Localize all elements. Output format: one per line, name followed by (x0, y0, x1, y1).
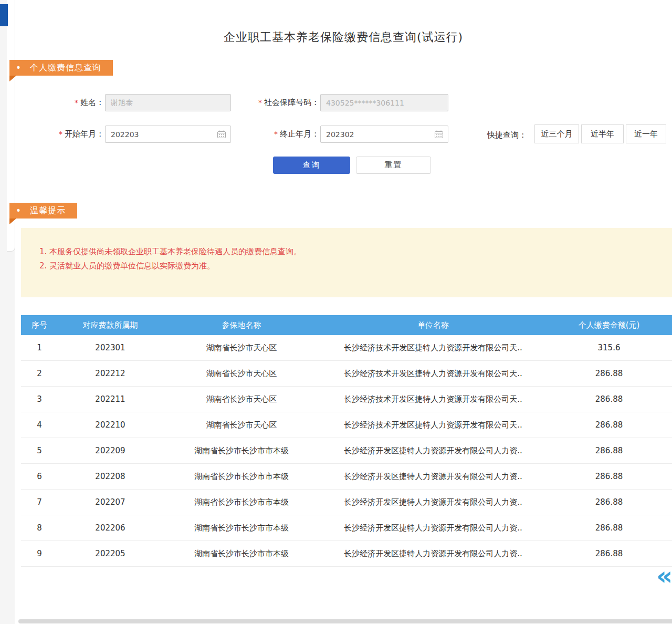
quick-query-last-3-months-button[interactable]: 近三个月 (534, 124, 579, 143)
quick-query-last-year-button[interactable]: 近一年 (626, 124, 666, 143)
cell-unit: 长沙经济开发区捷特人力资源开发有限公司人力资.. (320, 464, 546, 489)
cell-amount: 286.88 (546, 515, 672, 540)
header-cell-seq: 序号 (21, 315, 58, 335)
table-row: 2202212湖南省长沙市天心区长沙经济技术开发区捷特人力资源开发有限公司天..… (21, 361, 672, 387)
cell-unit: 长沙经济开发区捷特人力资源开发有限公司人力资.. (320, 438, 546, 463)
cell-unit: 长沙经济技术开发区捷特人力资源开发有限公司天.. (320, 335, 546, 360)
required-asterisk: * (59, 130, 62, 138)
cell-seq: 2 (21, 361, 58, 386)
table-row: 9202205湖南省长沙市长沙市市本级长沙经济开发区捷特人力资源开发有限公司人力… (21, 541, 672, 567)
header-cell-region: 参保地名称 (163, 315, 320, 335)
cell-region: 湖南省长沙市天心区 (163, 361, 320, 386)
ssn-field[interactable] (320, 94, 448, 111)
cell-seq: 8 (21, 515, 58, 540)
cell-region: 湖南省长沙市天心区 (163, 412, 320, 438)
cell-unit: 长沙经济开发区捷特人力资源开发有限公司人力资.. (320, 541, 546, 566)
cell-unit: 长沙经济技术开发区捷特人力资源开发有限公司天.. (320, 412, 546, 438)
table-body: 1202301湖南省长沙市天心区长沙经济技术开发区捷特人力资源开发有限公司天..… (21, 335, 672, 567)
sidebar-blue-tab[interactable] (0, 4, 8, 26)
cell-seq: 4 (21, 412, 58, 438)
section-badge-tips: • 温馨提示 (9, 203, 77, 219)
quick-query-group: 近三个月 近半年 近一年 (534, 124, 666, 143)
name-label: *姓名： (47, 94, 104, 111)
end-month-input[interactable] (320, 126, 448, 143)
cell-period: 202301 (58, 335, 163, 360)
cell-region: 湖南省长沙市天心区 (163, 387, 320, 412)
bullet-icon: • (16, 205, 22, 216)
bullet-icon: • (16, 63, 22, 73)
cell-region: 湖南省长沙市天心区 (163, 335, 320, 360)
reset-button[interactable]: 重置 (356, 157, 431, 174)
cell-period: 202210 (58, 412, 163, 438)
horizontal-scrollbar[interactable] (18, 619, 672, 623)
page-title: 企业职工基本养老保险缴费信息查询(试运行) (15, 29, 672, 45)
collapse-double-chevron-icon[interactable]: « (656, 563, 672, 588)
section-badge-personal-payment-query: • 个人缴费信息查询 (9, 60, 113, 76)
query-button[interactable]: 查询 (273, 157, 350, 174)
cell-amount: 286.88 (546, 541, 672, 566)
table-row: 4202210湖南省长沙市天心区长沙经济技术开发区捷特人力资源开发有限公司天..… (21, 412, 672, 438)
calendar-icon[interactable] (217, 130, 226, 138)
table-row: 7202207湖南省长沙市长沙市市本级长沙经济开发区捷特人力资源开发有限公司人力… (21, 490, 672, 515)
tips-notice-box: 1. 本服务仅提供尚未领取企业职工基本养老保险待遇人员的缴费信息查询。 2. 灵… (21, 228, 672, 297)
cell-region: 湖南省长沙市长沙市市本级 (163, 438, 320, 463)
cell-amount: 286.88 (546, 438, 672, 463)
cell-region: 湖南省长沙市长沙市市本级 (163, 464, 320, 489)
cell-period: 202212 (58, 361, 163, 386)
cell-unit: 长沙经济技术开发区捷特人力资源开发有限公司天.. (320, 387, 546, 412)
tip-line-1: 1. 本服务仅提供尚未领取企业职工基本养老保险待遇人员的缴费信息查询。 (39, 245, 662, 259)
quick-query-last-half-year-button[interactable]: 近半年 (581, 124, 624, 143)
cell-period: 202209 (58, 438, 163, 463)
cell-amount: 286.88 (546, 361, 672, 386)
section-badge-label: 个人缴费信息查询 (30, 63, 101, 74)
cell-amount: 315.6 (546, 335, 672, 360)
cell-seq: 9 (21, 541, 58, 566)
required-asterisk: * (274, 130, 278, 138)
cell-period: 202208 (58, 464, 163, 489)
quick-query-label: 快捷查询： (487, 126, 527, 144)
cell-period: 202205 (58, 541, 163, 566)
table-row: 6202208湖南省长沙市长沙市市本级长沙经济开发区捷特人力资源开发有限公司人力… (21, 464, 672, 490)
ssn-label: *社会保障号码： (234, 94, 319, 111)
cell-seq: 1 (21, 335, 58, 360)
cell-unit: 长沙经济技术开发区捷特人力资源开发有限公司天.. (320, 361, 546, 386)
cell-period: 202207 (58, 490, 163, 515)
name-field[interactable] (105, 94, 231, 111)
cell-amount: 286.88 (546, 464, 672, 489)
end-month-label: *终止年月： (239, 126, 319, 143)
header-cell-amount: 个人缴费金额(元) (546, 315, 672, 335)
payment-results-table: 序号对应费款所属期参保地名称单位名称个人缴费金额(元) 1202301湖南省长沙… (21, 315, 672, 567)
section-badge-label: 温馨提示 (30, 205, 66, 216)
start-month-input[interactable] (105, 126, 231, 143)
cell-amount: 286.88 (546, 387, 672, 412)
cell-unit: 长沙经济开发区捷特人力资源开发有限公司人力资.. (320, 490, 546, 515)
cell-region: 湖南省长沙市长沙市市本级 (163, 541, 320, 566)
header-cell-period: 对应费款所属期 (58, 315, 163, 335)
cell-seq: 7 (21, 490, 58, 515)
cell-period: 202211 (58, 387, 163, 412)
cell-seq: 3 (21, 387, 58, 412)
cell-amount: 286.88 (546, 490, 672, 515)
table-row: 1202301湖南省长沙市天心区长沙经济技术开发区捷特人力资源开发有限公司天..… (21, 335, 672, 361)
required-asterisk: * (258, 98, 262, 107)
header-cell-unit: 单位名称 (320, 315, 546, 335)
cell-region: 湖南省长沙市长沙市市本级 (163, 490, 320, 515)
start-month-label: *开始年月： (42, 126, 104, 143)
cell-seq: 6 (21, 464, 58, 489)
table-row: 8202206湖南省长沙市长沙市市本级长沙经济开发区捷特人力资源开发有限公司人力… (21, 515, 672, 541)
cell-period: 202206 (58, 515, 163, 540)
cell-unit: 长沙经济开发区捷特人力资源开发有限公司人力资.. (320, 515, 546, 540)
cell-region: 湖南省长沙市长沙市市本级 (163, 515, 320, 540)
cell-amount: 286.88 (546, 412, 672, 438)
table-row: 3202211湖南省长沙市天心区长沙经济技术开发区捷特人力资源开发有限公司天..… (21, 387, 672, 412)
required-asterisk: * (75, 98, 78, 107)
calendar-icon[interactable] (435, 130, 443, 138)
table-header-row: 序号对应费款所属期参保地名称单位名称个人缴费金额(元) (21, 315, 672, 335)
table-row: 5202209湖南省长沙市长沙市市本级长沙经济开发区捷特人力资源开发有限公司人力… (21, 438, 672, 464)
tip-line-2: 2. 灵活就业人员的缴费单位信息以实际缴费为准。 (39, 259, 662, 273)
cell-seq: 5 (21, 438, 58, 463)
